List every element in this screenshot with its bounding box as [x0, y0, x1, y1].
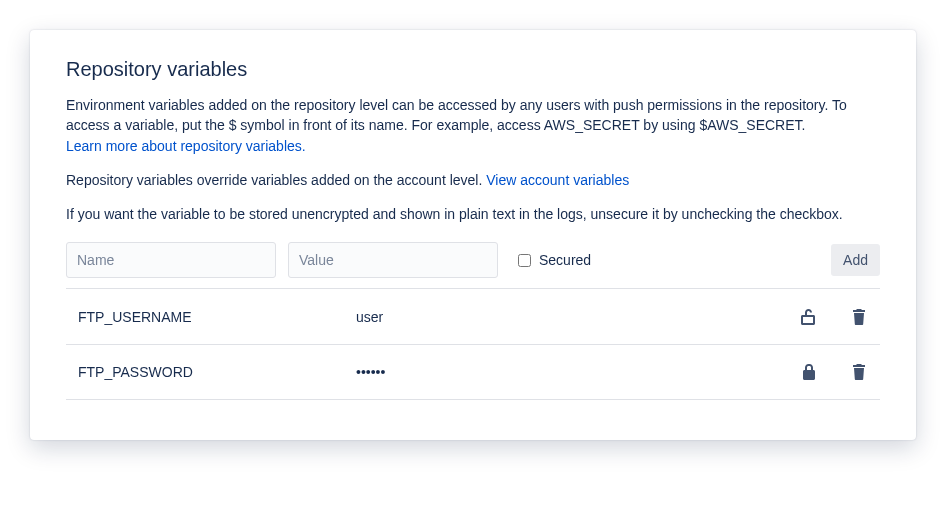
- delete-button[interactable]: [848, 360, 870, 384]
- learn-more-link[interactable]: Learn more about repository variables.: [66, 138, 306, 154]
- variable-actions: [796, 304, 880, 330]
- secure-toggle-button[interactable]: [798, 359, 820, 385]
- delete-button[interactable]: [848, 305, 870, 329]
- variables-list: FTP_USERNAME user FTP_PASSWORD ••••••: [66, 288, 880, 400]
- variable-name: FTP_USERNAME: [66, 309, 356, 325]
- page-title: Repository variables: [66, 58, 880, 81]
- trash-icon: [852, 364, 866, 380]
- view-account-variables-link[interactable]: View account variables: [486, 172, 629, 188]
- variable-value: ••••••: [356, 364, 798, 380]
- secure-toggle-button[interactable]: [796, 304, 820, 330]
- add-button[interactable]: Add: [831, 244, 880, 276]
- override-paragraph: Repository variables override variables …: [66, 170, 880, 190]
- trash-icon: [852, 309, 866, 325]
- unsecure-paragraph: If you want the variable to be stored un…: [66, 204, 880, 224]
- intro-paragraph: Environment variables added on the repos…: [66, 95, 880, 156]
- variable-row: FTP_USERNAME user: [66, 288, 880, 344]
- variable-name: FTP_PASSWORD: [66, 364, 356, 380]
- lock-open-icon: [800, 308, 816, 326]
- secured-checkbox-wrap: Secured: [510, 252, 819, 268]
- repository-variables-panel: Repository variables Environment variabl…: [30, 30, 916, 440]
- secured-checkbox[interactable]: [518, 254, 531, 267]
- override-text: Repository variables override variables …: [66, 172, 486, 188]
- name-input[interactable]: [66, 242, 276, 278]
- add-variable-form: Secured Add: [66, 242, 880, 278]
- secured-label: Secured: [539, 252, 591, 268]
- lock-closed-icon: [802, 363, 816, 381]
- intro-text: Environment variables added on the repos…: [66, 97, 847, 133]
- variable-value: user: [356, 309, 796, 325]
- value-input[interactable]: [288, 242, 498, 278]
- variable-actions: [798, 359, 880, 385]
- variable-row: FTP_PASSWORD ••••••: [66, 344, 880, 400]
